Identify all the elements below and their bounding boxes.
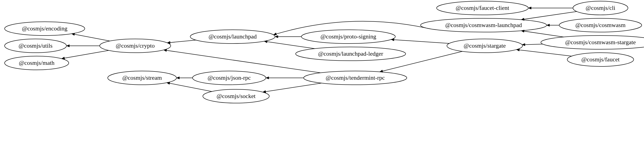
node-label-stream: @cosmjs/stream <box>122 74 162 81</box>
node-label-encoding: @cosmjs/encoding <box>22 25 68 32</box>
svg-marker-16 <box>546 24 550 26</box>
node-label-crypto: @cosmjs/crypto <box>116 42 155 49</box>
node-utils: @cosmjs/utils <box>4 39 66 53</box>
node-label-cosmwasmstargate: @cosmjs/cosmwasm-stargate <box>565 39 636 46</box>
node-stargate: @cosmjs/stargate <box>447 39 522 53</box>
node-label-launchpad: @cosmjs/launchpad <box>208 33 257 40</box>
node-label-faucetclient: @cosmjs/faucet-client <box>456 4 509 11</box>
node-cli: @cosmjs/cli <box>573 1 628 15</box>
node-stream: @cosmjs/stream <box>108 71 176 85</box>
node-protosigning: @cosmjs/proto-signing <box>301 30 395 44</box>
node-socket: @cosmjs/socket <box>203 89 269 103</box>
node-label-faucet: @cosmjs/faucet <box>582 56 620 63</box>
node-label-launchpadledger: @cosmjs/launchpad-ledger <box>318 50 383 57</box>
svg-marker-14 <box>528 7 531 10</box>
node-cosmwasmstargate: @cosmjs/cosmwasm-stargate <box>541 36 644 49</box>
node-tendermintrpc: @cosmjs/tendermint-rpc <box>304 71 407 85</box>
node-faucetclient: @cosmjs/faucet-client <box>436 1 528 15</box>
node-cosmwasm: @cosmjs/cosmwasm <box>559 18 642 32</box>
node-launchpad: @cosmjs/launchpad <box>190 30 275 44</box>
node-label-stargate: @cosmjs/stargate <box>464 42 506 49</box>
node-label-cosmwasmlaunchpad: @cosmjs/cosmwasm-launchpad <box>445 22 522 28</box>
svg-marker-9 <box>266 77 269 79</box>
node-label-jsonrpc: @cosmjs/json-rpc <box>208 74 251 81</box>
node-faucet: @cosmjs/faucet <box>567 53 634 66</box>
node-launchpadledger: @cosmjs/launchpad-ledger <box>296 47 406 61</box>
node-label-protosigning: @cosmjs/proto-signing <box>320 33 376 40</box>
node-label-utils: @cosmjs/utils <box>18 42 52 49</box>
node-jsonrpc: @cosmjs/json-rpc <box>192 71 266 85</box>
node-label-math: @cosmjs/math <box>19 60 54 66</box>
node-label-socket: @cosmjs/socket <box>216 93 256 100</box>
node-label-cli: @cosmjs/cli <box>586 4 615 11</box>
node-math: @cosmjs/math <box>4 56 69 70</box>
node-label-cosmwasm: @cosmjs/cosmwasm <box>576 22 626 28</box>
node-cosmwasmlaunchpad: @cosmjs/cosmwasm-launchpad <box>420 18 546 32</box>
svg-marker-1 <box>66 45 70 47</box>
node-crypto: @cosmjs/crypto <box>100 39 171 53</box>
svg-marker-6 <box>275 36 278 38</box>
dependency-graph: @cosmjs/encoding@cosmjs/utils@cosmjs/mat… <box>0 0 644 145</box>
node-encoding: @cosmjs/encoding <box>4 22 85 36</box>
svg-marker-11 <box>274 33 276 35</box>
node-label-tendermintrpc: @cosmjs/tendermint-rpc <box>326 74 385 81</box>
svg-marker-4 <box>176 77 180 79</box>
